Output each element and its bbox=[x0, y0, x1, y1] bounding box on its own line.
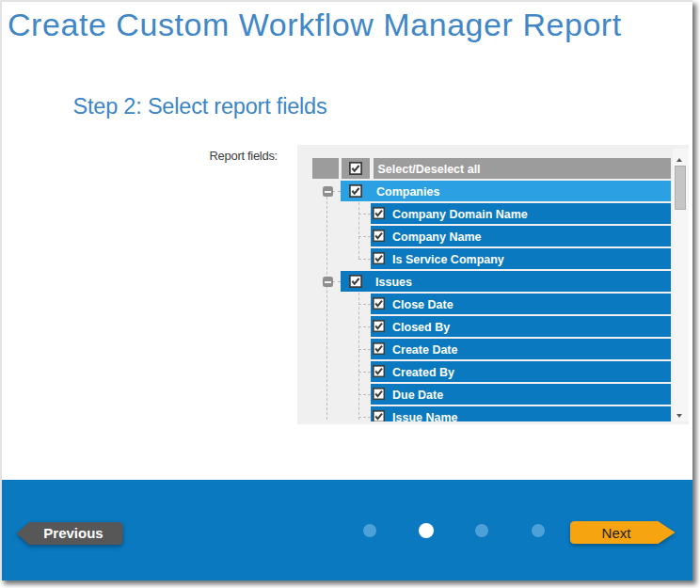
svg-text:Previous: Previous bbox=[43, 525, 103, 541]
svg-text:Next: Next bbox=[602, 525, 632, 541]
